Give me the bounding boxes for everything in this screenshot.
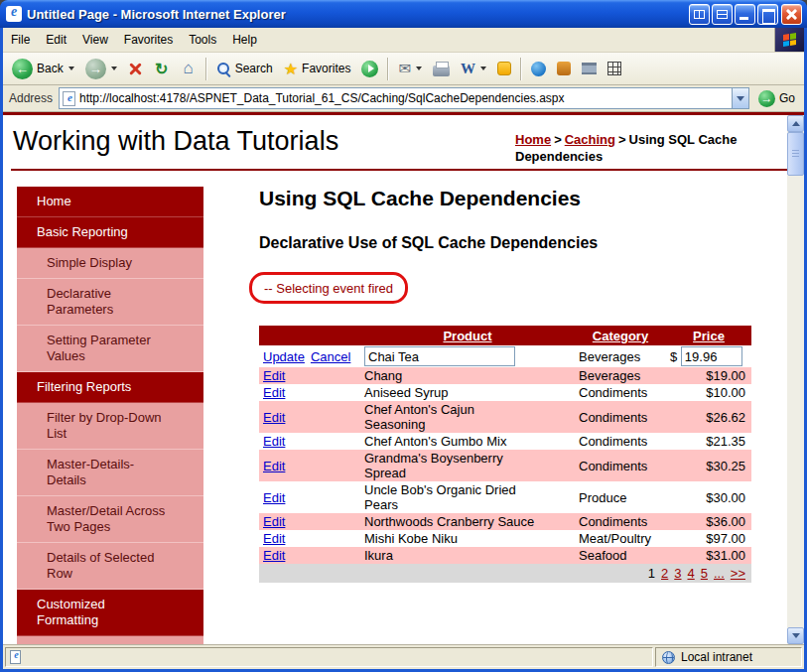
- print-button[interactable]: [428, 55, 455, 82]
- scroll-down-button[interactable]: [787, 627, 804, 644]
- maximize-button[interactable]: [757, 4, 778, 25]
- category-cell: Beverages: [575, 367, 666, 384]
- site-title: Working with Data Tutorials: [13, 123, 338, 159]
- price-cell: $31.00: [666, 547, 751, 564]
- favorites-button[interactable]: ★ Favorites: [279, 55, 356, 82]
- menu-item-file[interactable]: File: [3, 28, 38, 52]
- edit-link[interactable]: Edit: [263, 385, 285, 400]
- media-button[interactable]: [356, 55, 383, 82]
- edit-link[interactable]: Edit: [263, 514, 285, 529]
- sidebar-item-customized-formatting[interactable]: Customized Formatting: [17, 590, 203, 636]
- product-name: Chef Anton's Cajun Seasoning: [364, 402, 537, 432]
- address-label: Address: [9, 91, 53, 105]
- edit-word-button[interactable]: W: [456, 55, 491, 82]
- breadcrumb-link-home[interactable]: Home: [515, 132, 551, 147]
- chevron-down-icon: [792, 633, 800, 638]
- sidebar-item-label: Format Colors: [47, 643, 128, 644]
- sidebar-item-details-of-selected-row[interactable]: Details of Selected Row: [17, 543, 203, 590]
- menu-item-help[interactable]: Help: [224, 28, 265, 52]
- page-content: Working with Data Tutorials Home>Caching…: [3, 112, 804, 644]
- update-link[interactable]: Update: [263, 349, 305, 364]
- edit-link[interactable]: Edit: [263, 531, 285, 546]
- extra-window-button-1[interactable]: [689, 4, 710, 25]
- sidebar-item-simple-display[interactable]: Simple Display: [17, 248, 203, 279]
- sidebar-item-label: Master-Details-Details: [47, 457, 169, 488]
- edit-link[interactable]: Edit: [263, 459, 285, 473]
- sidebar-item-setting-parameter-values[interactable]: Setting Parameter Values: [17, 326, 203, 372]
- edit-link[interactable]: Edit: [263, 434, 285, 449]
- search-label: Search: [235, 62, 273, 75]
- product-name: Grandma's Boysenberry Spread: [364, 451, 537, 480]
- extra-window-button-2[interactable]: [712, 4, 733, 25]
- scroll-thumb[interactable]: [787, 132, 804, 176]
- search-button[interactable]: Search: [211, 55, 278, 82]
- pager-link[interactable]: ...: [714, 566, 725, 581]
- home-button[interactable]: ⌂: [176, 55, 202, 82]
- edit-link[interactable]: Edit: [263, 368, 285, 383]
- edit-link[interactable]: Edit: [263, 490, 285, 505]
- product-name: Mishi Kobe Niku: [364, 531, 458, 546]
- grid-button[interactable]: [603, 55, 626, 82]
- breadcrumb-separator: >: [554, 132, 562, 147]
- sidebar-item-declarative-parameters[interactable]: Declarative Parameters: [17, 279, 203, 326]
- back-button[interactable]: ← Back: [7, 55, 79, 82]
- sidebar-item-filtering-reports[interactable]: Filtering Reports: [17, 372, 203, 403]
- sort-link-product[interactable]: Product: [443, 329, 491, 343]
- refresh-button[interactable]: ↻: [149, 55, 175, 82]
- home-icon: ⌂: [181, 59, 197, 78]
- address-dropdown-button[interactable]: [732, 88, 748, 108]
- close-button[interactable]: [781, 4, 802, 25]
- sidebar-item-master-details-details[interactable]: Master-Details-Details: [17, 450, 203, 496]
- status-zone-text: Local intranet: [681, 650, 752, 664]
- mail-button[interactable]: ✉: [393, 55, 427, 82]
- pager-link[interactable]: 5: [701, 566, 708, 581]
- sidebar-item-master-detail-across-two-pages[interactable]: Master/Detail Across Two Pages: [17, 496, 203, 543]
- menu-item-edit[interactable]: Edit: [38, 28, 74, 52]
- building-button[interactable]: [577, 55, 602, 82]
- research-button[interactable]: [552, 55, 576, 82]
- sidebar-item-basic-reporting[interactable]: Basic Reporting: [17, 217, 203, 248]
- forward-button[interactable]: →: [80, 55, 122, 82]
- sidebar-item-label: Filtering Reports: [37, 379, 131, 395]
- sort-link-price[interactable]: Price: [693, 329, 725, 343]
- breadcrumb-separator: >: [618, 132, 626, 147]
- menu-item-view[interactable]: View: [74, 28, 116, 52]
- sort-link-category[interactable]: Category: [593, 329, 648, 343]
- refresh-icon: ↻: [154, 60, 170, 78]
- go-button[interactable]: → Go: [755, 90, 798, 107]
- category-cell: Beverages: [575, 345, 666, 367]
- messenger-button[interactable]: [492, 55, 516, 82]
- pager-link[interactable]: 3: [674, 566, 681, 581]
- product-name: Chang: [364, 368, 402, 383]
- menu-item-favorites[interactable]: Favorites: [116, 28, 181, 52]
- pager-link[interactable]: 2: [661, 566, 668, 581]
- sidebar-item-home[interactable]: Home: [17, 187, 203, 217]
- edit-link[interactable]: Edit: [263, 410, 285, 425]
- price-cell: $97.00: [666, 530, 751, 547]
- toolbar-separator: [387, 58, 389, 80]
- word-icon: W: [461, 61, 475, 77]
- table-row: EditIkuraSeafood$31.00: [259, 547, 751, 564]
- chevron-down-icon: [737, 96, 744, 101]
- minimize-button[interactable]: [735, 4, 755, 25]
- sidebar-item-format-colors[interactable]: Format Colors: [17, 636, 203, 644]
- product-name-input[interactable]: [364, 346, 515, 366]
- table-row: EditChef Anton's Gumbo MixCondiments$21.…: [259, 433, 751, 450]
- breadcrumb-link-caching[interactable]: Caching: [565, 132, 615, 147]
- scroll-up-button[interactable]: [787, 115, 804, 132]
- pager-link[interactable]: >>: [731, 566, 745, 581]
- panes-vertical-icon: [694, 10, 705, 19]
- chevron-down-icon: [416, 67, 422, 70]
- cancel-link[interactable]: Cancel: [311, 349, 350, 364]
- pager-link[interactable]: 4: [688, 566, 695, 581]
- category-cell: Meat/Poultry: [575, 530, 666, 547]
- sidebar-item-label: Basic Reporting: [37, 224, 128, 240]
- edit-link[interactable]: Edit: [263, 548, 285, 563]
- stop-button[interactable]: [123, 55, 148, 82]
- sidebar-item-filter-by-drop-down-list[interactable]: Filter by Drop-Down List: [17, 403, 203, 450]
- price-input[interactable]: [681, 346, 742, 366]
- menu-item-tools[interactable]: Tools: [181, 28, 224, 52]
- msn-button[interactable]: [526, 55, 551, 82]
- vertical-scrollbar[interactable]: [787, 115, 804, 644]
- address-input[interactable]: [79, 89, 732, 107]
